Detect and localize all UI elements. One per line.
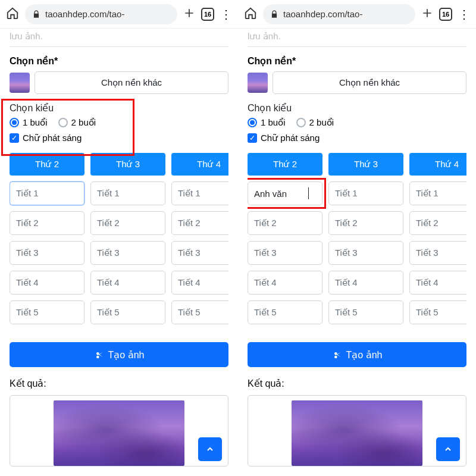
home-icon[interactable] <box>6 7 19 22</box>
period-input[interactable]: Tiết 4 <box>171 271 228 295</box>
period-input[interactable]: Tiết 4 <box>248 271 322 295</box>
day-header: Thứ 3 <box>328 153 403 176</box>
radio-one-session[interactable]: 1 buổi <box>248 117 286 128</box>
period-input[interactable]: Tiết 5 <box>171 300 228 324</box>
period-input[interactable]: Tiết 3 <box>90 241 165 265</box>
style-label: Chọn kiểu <box>248 102 466 114</box>
period-input[interactable]: Tiết 5 <box>248 300 322 324</box>
bg-thumbnail[interactable] <box>10 73 30 93</box>
bg-label: Chọn nền* <box>10 55 228 67</box>
result-image <box>54 400 184 466</box>
period-input[interactable]: Tiết 2 <box>90 211 165 235</box>
faded-prev-text: lưu ảnh. <box>10 29 228 47</box>
radio-one-label: 1 buổi <box>261 117 286 128</box>
menu-icon[interactable]: ⋮ <box>458 8 470 20</box>
result-image <box>292 400 422 466</box>
tab-count[interactable]: 16 <box>439 8 452 21</box>
home-icon[interactable] <box>244 7 257 22</box>
scroll-top-button[interactable] <box>436 437 460 461</box>
radio-one-session[interactable]: 1 buổi <box>10 117 48 128</box>
radio-one-label: 1 buổi <box>23 117 48 128</box>
chevron-up-icon <box>443 444 453 454</box>
bg-label: Chọn nền* <box>248 55 466 67</box>
checkbox-glow-label: Chữ phát sáng <box>261 133 320 143</box>
url-bar[interactable]: taoanhdep.com/tao- <box>25 4 177 24</box>
result-area <box>248 395 466 466</box>
period-input[interactable]: Tiết 4 <box>90 271 165 295</box>
day-header: Thứ 4 <box>171 153 228 176</box>
period-input[interactable]: Tiết 2 <box>171 211 228 235</box>
lock-icon <box>32 10 40 18</box>
url-text: taoanhdep.com/tao- <box>283 9 362 19</box>
radio-two-label: 2 buổi <box>309 117 334 128</box>
period-input[interactable]: Tiết 4 <box>409 271 466 295</box>
period-input[interactable]: Tiết 1 <box>90 181 165 205</box>
period-input[interactable]: Tiết 3 <box>171 241 228 265</box>
period-input[interactable]: Tiết 3 <box>10 241 84 265</box>
radio-two-sessions[interactable]: 2 buổi <box>58 117 96 128</box>
period-input[interactable]: Tiết 4 <box>10 271 84 295</box>
checkbox-glow-label: Chữ phát sáng <box>23 133 82 143</box>
create-image-button[interactable]: Tạo ảnh <box>248 342 466 367</box>
result-area <box>10 395 228 466</box>
create-label: Tạo ảnh <box>346 349 383 361</box>
bg-thumbnail[interactable] <box>248 73 268 93</box>
url-bar[interactable]: taoanhdep.com/tao- <box>263 4 415 24</box>
period-input[interactable]: Tiết 3 <box>409 241 466 265</box>
period-input[interactable]: Tiết 5 <box>409 300 466 324</box>
choose-bg-button[interactable]: Chọn nền khác <box>273 71 466 94</box>
period-input[interactable]: Tiết 5 <box>90 300 165 324</box>
period-input[interactable]: Tiết 2 <box>248 211 322 235</box>
period-input[interactable]: Tiết 1 <box>171 181 228 205</box>
scissors-icon <box>94 350 104 359</box>
create-image-button[interactable]: Tạo ảnh <box>10 342 228 367</box>
period-input[interactable]: Tiết 2 <box>409 211 466 235</box>
create-label: Tạo ảnh <box>108 349 145 361</box>
period-input[interactable]: Tiết 1 <box>409 181 466 205</box>
new-tab-icon[interactable] <box>183 7 195 21</box>
day-header: Thứ 2 <box>10 153 84 176</box>
lock-icon <box>270 10 278 18</box>
period-input[interactable]: Tiết 2 <box>10 211 84 235</box>
period-input[interactable]: Anh văn <box>248 181 322 205</box>
scroll-top-button[interactable] <box>198 437 222 461</box>
checkbox-glow[interactable]: ✓ Chữ phát sáng <box>248 133 466 143</box>
period-input[interactable]: Tiết 5 <box>328 300 403 324</box>
checkbox-glow[interactable]: ✓ Chữ phát sáng <box>10 133 228 143</box>
style-label: Chọn kiểu <box>10 102 228 114</box>
choose-bg-button[interactable]: Chọn nền khác <box>35 71 228 94</box>
radio-two-sessions[interactable]: 2 buổi <box>296 117 334 128</box>
url-text: taoanhdep.com/tao- <box>45 9 124 19</box>
period-input[interactable]: Tiết 5 <box>10 300 84 324</box>
result-label: Kết quả: <box>10 378 228 389</box>
new-tab-icon[interactable] <box>421 7 433 21</box>
scissors-icon <box>332 350 342 359</box>
period-input[interactable]: Tiết 2 <box>328 211 403 235</box>
radio-two-label: 2 buổi <box>71 117 96 128</box>
menu-icon[interactable]: ⋮ <box>220 8 232 20</box>
result-label: Kết quả: <box>248 378 466 389</box>
faded-prev-text: lưu ảnh. <box>248 29 466 47</box>
period-input[interactable]: Tiết 1 <box>328 181 403 205</box>
day-header: Thứ 3 <box>90 153 165 176</box>
period-input[interactable]: Tiết 3 <box>328 241 403 265</box>
period-input[interactable]: Tiết 4 <box>328 271 403 295</box>
day-header: Thứ 4 <box>409 153 466 176</box>
period-input[interactable]: Tiết 3 <box>248 241 322 265</box>
chevron-up-icon <box>205 444 215 454</box>
tab-count[interactable]: 16 <box>201 8 214 21</box>
day-header: Thứ 2 <box>248 153 322 176</box>
period-input[interactable]: Tiết 1 <box>10 181 84 205</box>
